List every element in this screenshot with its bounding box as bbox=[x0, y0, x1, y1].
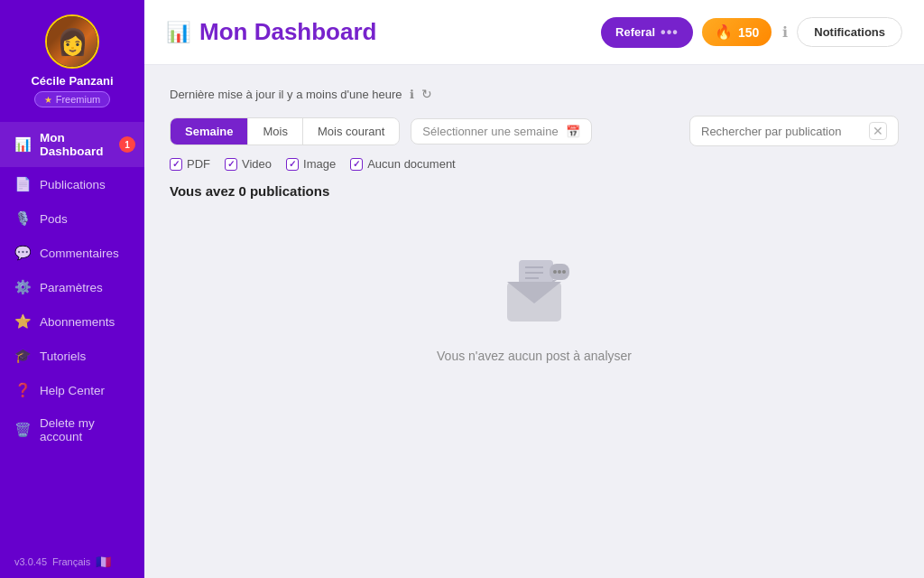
tab-mois[interactable]: Mois bbox=[248, 118, 302, 144]
referal-button[interactable]: Referal ••• bbox=[601, 17, 693, 48]
search-input[interactable] bbox=[701, 125, 864, 138]
sidebar-item-help-label: Help Center bbox=[40, 384, 105, 397]
coins-badge: 🔥 150 bbox=[702, 18, 772, 46]
week-picker[interactable]: Sélectionner une semaine 📅 bbox=[411, 118, 591, 144]
filter-checks-row: PDF Video Image Aucun document bbox=[170, 157, 899, 171]
pods-icon: 🎙️ bbox=[14, 210, 31, 227]
filter-aucun-checkbox[interactable] bbox=[350, 158, 363, 171]
sidebar-item-publications[interactable]: 📄 Publications bbox=[0, 167, 144, 201]
user-plan-label: Freemium bbox=[56, 94, 101, 105]
filter-image-checkbox[interactable] bbox=[286, 158, 299, 171]
sidebar-item-abonnements[interactable]: ⭐ Abonnements bbox=[0, 304, 144, 339]
sidebar-item-help[interactable]: ❓ Help Center bbox=[0, 373, 144, 407]
svg-point-8 bbox=[553, 270, 557, 274]
refresh-icon[interactable]: ↻ bbox=[421, 87, 432, 101]
help-icon: ❓ bbox=[14, 382, 31, 398]
sidebar-item-dashboard-label: Mon Dashboard bbox=[40, 131, 130, 158]
filter-video-checkbox[interactable] bbox=[225, 158, 237, 171]
empty-state-text: Vous n'avez aucun post à analyser bbox=[437, 349, 632, 363]
last-update-row: Dernière mise à jour il y a moins d'une … bbox=[170, 87, 899, 101]
sidebar-item-dashboard[interactable]: 📊 Mon Dashboard 1 bbox=[0, 122, 144, 167]
sidebar-item-pods-label: Pods bbox=[40, 212, 68, 226]
filter-pdf[interactable]: PDF bbox=[170, 157, 210, 171]
tab-semaine[interactable]: Semaine bbox=[171, 118, 248, 144]
language-flag: 🇫🇷 bbox=[96, 555, 111, 569]
sidebar-nav: 📊 Mon Dashboard 1 📄 Publications 🎙️ Pods… bbox=[0, 118, 144, 545]
tab-mois-courant[interactable]: Mois courant bbox=[303, 118, 399, 144]
last-update-info-icon[interactable]: ℹ bbox=[410, 88, 414, 101]
page-title-text: Mon Dashboard bbox=[199, 18, 376, 46]
calendar-icon: 📅 bbox=[566, 125, 580, 138]
filter-video[interactable]: Video bbox=[225, 157, 272, 171]
version-label: v3.0.45 bbox=[14, 556, 47, 567]
publications-count: Vous avez 0 publications bbox=[170, 183, 899, 199]
sidebar-footer: v3.0.45 Français 🇫🇷 bbox=[0, 545, 144, 578]
coins-value: 150 bbox=[738, 25, 759, 40]
filter-pdf-checkbox[interactable] bbox=[170, 158, 182, 171]
search-wrapper: ✕ bbox=[689, 116, 899, 146]
header: 📊 Mon Dashboard Referal ••• 🔥 150 ℹ Noti… bbox=[144, 0, 924, 65]
delete-icon: 🗑️ bbox=[14, 422, 31, 438]
sidebar-item-parametres[interactable]: ⚙️ Paramètres bbox=[0, 270, 144, 304]
avatar-image: 👩 bbox=[47, 16, 97, 67]
svg-point-10 bbox=[562, 270, 566, 274]
empty-envelope-icon bbox=[494, 253, 575, 334]
sidebar-item-delete[interactable]: 🗑️ Delete my account bbox=[0, 407, 144, 452]
user-name: Cécile Panzani bbox=[31, 74, 113, 88]
sidebar-item-abonnements-label: Abonnements bbox=[40, 315, 115, 329]
coins-info-icon[interactable]: ℹ bbox=[782, 23, 788, 41]
sidebar-item-delete-label: Delete my account bbox=[40, 416, 130, 443]
filter-image[interactable]: Image bbox=[286, 157, 336, 171]
page-title-icon: 📊 bbox=[166, 21, 190, 44]
sidebar-item-pods[interactable]: 🎙️ Pods bbox=[0, 201, 144, 236]
language-label: Français bbox=[52, 556, 90, 567]
week-picker-placeholder: Sélectionner une semaine bbox=[422, 125, 558, 138]
plan-star-icon: ★ bbox=[44, 95, 52, 105]
notifications-button[interactable]: Notifications bbox=[797, 17, 902, 47]
parametres-icon: ⚙️ bbox=[14, 279, 31, 295]
user-plan-badge: ★ Freemium bbox=[34, 91, 111, 107]
page-title: 📊 Mon Dashboard bbox=[166, 18, 376, 46]
dashboard-icon: 📊 bbox=[14, 136, 31, 153]
sidebar-item-commentaires[interactable]: 💬 Commentaires bbox=[0, 236, 144, 270]
filter-image-label: Image bbox=[303, 157, 336, 171]
referal-dots: ••• bbox=[661, 24, 679, 41]
notifications-label: Notifications bbox=[814, 25, 885, 39]
user-profile: 👩 Cécile Panzani ★ Freemium bbox=[0, 0, 144, 118]
filter-pdf-label: PDF bbox=[187, 157, 210, 171]
main-area: 📊 Mon Dashboard Referal ••• 🔥 150 ℹ Noti… bbox=[144, 0, 924, 578]
filter-aucun-label: Aucun document bbox=[367, 157, 456, 171]
filter-video-label: Video bbox=[242, 157, 272, 171]
search-clear-button[interactable]: ✕ bbox=[869, 122, 887, 140]
last-update-text: Dernière mise à jour il y a moins d'une … bbox=[170, 88, 402, 101]
avatar: 👩 bbox=[45, 14, 99, 69]
abonnements-icon: ⭐ bbox=[14, 313, 31, 330]
fire-icon: 🔥 bbox=[715, 23, 733, 41]
empty-state: Vous n'avez aucun post à analyser bbox=[170, 217, 899, 399]
sidebar-item-tutoriels-label: Tutoriels bbox=[40, 350, 86, 363]
svg-point-9 bbox=[558, 270, 561, 274]
content-area: Dernière mise à jour il y a moins d'une … bbox=[144, 65, 924, 578]
sidebar-item-parametres-label: Paramètres bbox=[40, 281, 103, 294]
period-filters-row: Semaine Mois Mois courant Sélectionner u… bbox=[170, 116, 899, 146]
sidebar-item-publications-label: Publications bbox=[40, 178, 106, 191]
sidebar-item-commentaires-label: Commentaires bbox=[40, 247, 119, 260]
referal-label: Referal bbox=[615, 25, 655, 39]
period-tab-group: Semaine Mois Mois courant bbox=[170, 117, 400, 145]
header-actions: Referal ••• 🔥 150 ℹ Notifications bbox=[601, 17, 902, 48]
tutoriels-icon: 🎓 bbox=[14, 348, 31, 364]
commentaires-icon: 💬 bbox=[14, 245, 31, 261]
filter-aucun[interactable]: Aucun document bbox=[350, 157, 456, 171]
dashboard-badge: 1 bbox=[119, 136, 135, 153]
sidebar-item-tutoriels[interactable]: 🎓 Tutoriels bbox=[0, 339, 144, 373]
publications-icon: 📄 bbox=[14, 176, 31, 192]
sidebar: 👩 Cécile Panzani ★ Freemium 📊 Mon Dashbo… bbox=[0, 0, 144, 578]
